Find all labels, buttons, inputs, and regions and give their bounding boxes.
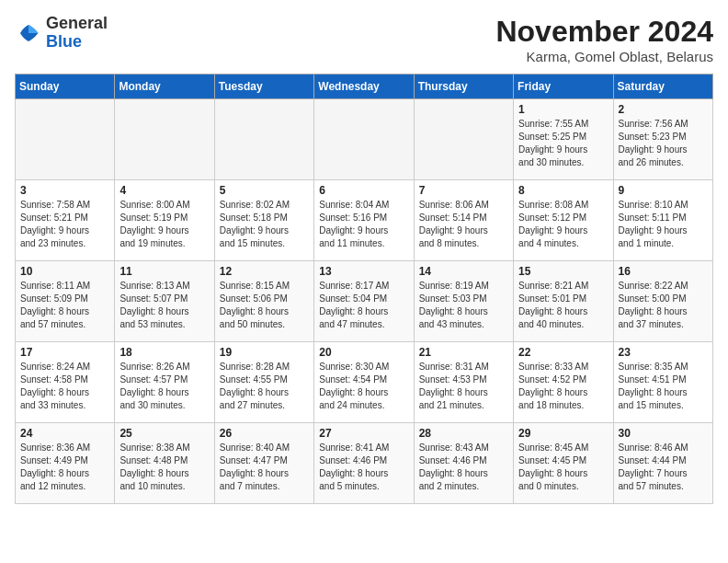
day-info: Sunrise: 8:21 AM Sunset: 5:01 PM Dayligh… — [518, 280, 608, 331]
calendar-day-cell — [214, 99, 313, 180]
day-number: 20 — [319, 346, 408, 359]
day-number: 1 — [518, 103, 608, 116]
day-number: 7 — [419, 184, 508, 197]
day-number: 10 — [20, 265, 109, 278]
calendar-day-cell — [16, 99, 115, 180]
calendar-day-cell: 6Sunrise: 8:04 AM Sunset: 5:16 PM Daylig… — [314, 180, 414, 261]
day-info: Sunrise: 8:26 AM Sunset: 4:57 PM Dayligh… — [119, 361, 209, 412]
calendar-day-cell: 4Sunrise: 8:00 AM Sunset: 5:19 PM Daylig… — [115, 180, 214, 261]
day-info: Sunrise: 8:45 AM Sunset: 4:45 PM Dayligh… — [518, 442, 608, 493]
calendar-header-cell: Tuesday — [214, 75, 313, 99]
calendar-week-row: 10Sunrise: 8:11 AM Sunset: 5:09 PM Dayli… — [16, 261, 713, 342]
calendar-day-cell: 26Sunrise: 8:40 AM Sunset: 4:47 PM Dayli… — [214, 423, 313, 504]
day-number: 27 — [319, 427, 408, 440]
day-number: 25 — [119, 427, 209, 440]
day-info: Sunrise: 8:35 AM Sunset: 4:51 PM Dayligh… — [619, 361, 708, 412]
calendar-header-cell: Wednesday — [314, 75, 414, 99]
calendar-day-cell: 30Sunrise: 8:46 AM Sunset: 4:44 PM Dayli… — [613, 423, 712, 504]
logo-text: General Blue — [46, 15, 108, 52]
calendar-day-cell: 29Sunrise: 8:45 AM Sunset: 4:45 PM Dayli… — [514, 423, 613, 504]
calendar-day-cell: 23Sunrise: 8:35 AM Sunset: 4:51 PM Dayli… — [613, 342, 712, 423]
day-info: Sunrise: 8:43 AM Sunset: 4:46 PM Dayligh… — [419, 442, 508, 493]
calendar-week-row: 24Sunrise: 8:36 AM Sunset: 4:49 PM Dayli… — [16, 423, 713, 504]
day-number: 26 — [220, 427, 309, 440]
calendar-day-cell: 20Sunrise: 8:30 AM Sunset: 4:54 PM Dayli… — [314, 342, 414, 423]
logo: General Blue — [15, 15, 108, 52]
day-info: Sunrise: 8:41 AM Sunset: 4:46 PM Dayligh… — [319, 442, 408, 493]
calendar-day-cell: 14Sunrise: 8:19 AM Sunset: 5:03 PM Dayli… — [414, 261, 513, 342]
calendar-day-cell: 5Sunrise: 8:02 AM Sunset: 5:18 PM Daylig… — [214, 180, 313, 261]
calendar-day-cell: 15Sunrise: 8:21 AM Sunset: 5:01 PM Dayli… — [514, 261, 613, 342]
day-number: 13 — [319, 265, 408, 278]
day-number: 17 — [20, 346, 109, 359]
day-info: Sunrise: 8:40 AM Sunset: 4:47 PM Dayligh… — [220, 442, 309, 493]
day-number: 24 — [20, 427, 109, 440]
day-number: 23 — [619, 346, 708, 359]
calendar-day-cell: 1Sunrise: 7:55 AM Sunset: 5:25 PM Daylig… — [514, 99, 613, 180]
calendar-day-cell: 3Sunrise: 7:58 AM Sunset: 5:21 PM Daylig… — [16, 180, 115, 261]
day-number: 18 — [119, 346, 209, 359]
calendar-header-cell: Monday — [115, 75, 214, 99]
day-number: 16 — [619, 265, 708, 278]
calendar-day-cell: 13Sunrise: 8:17 AM Sunset: 5:04 PM Dayli… — [314, 261, 414, 342]
day-info: Sunrise: 7:55 AM Sunset: 5:25 PM Dayligh… — [518, 118, 608, 169]
calendar-day-cell: 21Sunrise: 8:31 AM Sunset: 4:53 PM Dayli… — [414, 342, 513, 423]
day-info: Sunrise: 8:36 AM Sunset: 4:49 PM Dayligh… — [20, 442, 109, 493]
day-number: 3 — [20, 184, 109, 197]
day-info: Sunrise: 8:04 AM Sunset: 5:16 PM Dayligh… — [319, 199, 408, 250]
calendar-day-cell — [115, 99, 214, 180]
day-number: 5 — [220, 184, 309, 197]
day-number: 8 — [518, 184, 608, 197]
calendar-week-row: 17Sunrise: 8:24 AM Sunset: 4:58 PM Dayli… — [16, 342, 713, 423]
calendar-day-cell: 10Sunrise: 8:11 AM Sunset: 5:09 PM Dayli… — [16, 261, 115, 342]
calendar-day-cell: 28Sunrise: 8:43 AM Sunset: 4:46 PM Dayli… — [414, 423, 513, 504]
header: General Blue November 2024 Karma, Gomel … — [15, 15, 713, 64]
day-info: Sunrise: 8:10 AM Sunset: 5:11 PM Dayligh… — [619, 199, 708, 250]
day-info: Sunrise: 8:00 AM Sunset: 5:19 PM Dayligh… — [119, 199, 209, 250]
day-info: Sunrise: 8:22 AM Sunset: 5:00 PM Dayligh… — [619, 280, 708, 331]
day-info: Sunrise: 8:06 AM Sunset: 5:14 PM Dayligh… — [419, 199, 508, 250]
day-number: 9 — [619, 184, 708, 197]
calendar-body: 1Sunrise: 7:55 AM Sunset: 5:25 PM Daylig… — [16, 99, 713, 504]
calendar-day-cell: 24Sunrise: 8:36 AM Sunset: 4:49 PM Dayli… — [16, 423, 115, 504]
day-info: Sunrise: 8:28 AM Sunset: 4:55 PM Dayligh… — [220, 361, 309, 412]
calendar-day-cell: 16Sunrise: 8:22 AM Sunset: 5:00 PM Dayli… — [613, 261, 712, 342]
day-number: 12 — [220, 265, 309, 278]
calendar-day-cell: 17Sunrise: 8:24 AM Sunset: 4:58 PM Dayli… — [16, 342, 115, 423]
day-number: 29 — [518, 427, 608, 440]
day-number: 6 — [319, 184, 408, 197]
day-info: Sunrise: 8:24 AM Sunset: 4:58 PM Dayligh… — [20, 361, 109, 412]
calendar-header-cell: Thursday — [414, 75, 513, 99]
day-info: Sunrise: 8:46 AM Sunset: 4:44 PM Dayligh… — [619, 442, 708, 493]
calendar-day-cell: 2Sunrise: 7:56 AM Sunset: 5:23 PM Daylig… — [613, 99, 712, 180]
calendar-week-row: 3Sunrise: 7:58 AM Sunset: 5:21 PM Daylig… — [16, 180, 713, 261]
calendar-day-cell: 19Sunrise: 8:28 AM Sunset: 4:55 PM Dayli… — [214, 342, 313, 423]
calendar-day-cell: 27Sunrise: 8:41 AM Sunset: 4:46 PM Dayli… — [314, 423, 414, 504]
day-info: Sunrise: 8:33 AM Sunset: 4:52 PM Dayligh… — [518, 361, 608, 412]
title-area: November 2024 Karma, Gomel Oblast, Belar… — [495, 15, 713, 64]
calendar-day-cell — [314, 99, 414, 180]
calendar-day-cell: 7Sunrise: 8:06 AM Sunset: 5:14 PM Daylig… — [414, 180, 513, 261]
day-number: 14 — [419, 265, 508, 278]
logo-icon — [15, 19, 42, 47]
calendar-day-cell: 9Sunrise: 8:10 AM Sunset: 5:11 PM Daylig… — [613, 180, 712, 261]
day-info: Sunrise: 8:02 AM Sunset: 5:18 PM Dayligh… — [220, 199, 309, 250]
calendar-header-row: SundayMondayTuesdayWednesdayThursdayFrid… — [16, 75, 713, 99]
calendar-day-cell: 25Sunrise: 8:38 AM Sunset: 4:48 PM Dayli… — [115, 423, 214, 504]
day-number: 2 — [619, 103, 708, 116]
day-info: Sunrise: 8:15 AM Sunset: 5:06 PM Dayligh… — [220, 280, 309, 331]
day-number: 15 — [518, 265, 608, 278]
calendar-day-cell: 8Sunrise: 8:08 AM Sunset: 5:12 PM Daylig… — [514, 180, 613, 261]
calendar-day-cell: 22Sunrise: 8:33 AM Sunset: 4:52 PM Dayli… — [514, 342, 613, 423]
day-info: Sunrise: 7:56 AM Sunset: 5:23 PM Dayligh… — [619, 118, 708, 169]
day-info: Sunrise: 8:30 AM Sunset: 4:54 PM Dayligh… — [319, 361, 408, 412]
calendar-day-cell: 18Sunrise: 8:26 AM Sunset: 4:57 PM Dayli… — [115, 342, 214, 423]
calendar-week-row: 1Sunrise: 7:55 AM Sunset: 5:25 PM Daylig… — [16, 99, 713, 180]
day-info: Sunrise: 8:17 AM Sunset: 5:04 PM Dayligh… — [319, 280, 408, 331]
subtitle: Karma, Gomel Oblast, Belarus — [495, 49, 713, 64]
month-title: November 2024 — [495, 15, 713, 49]
day-number: 11 — [119, 265, 209, 278]
calendar-day-cell: 11Sunrise: 8:13 AM Sunset: 5:07 PM Dayli… — [115, 261, 214, 342]
calendar-day-cell — [414, 99, 513, 180]
calendar-day-cell: 12Sunrise: 8:15 AM Sunset: 5:06 PM Dayli… — [214, 261, 313, 342]
